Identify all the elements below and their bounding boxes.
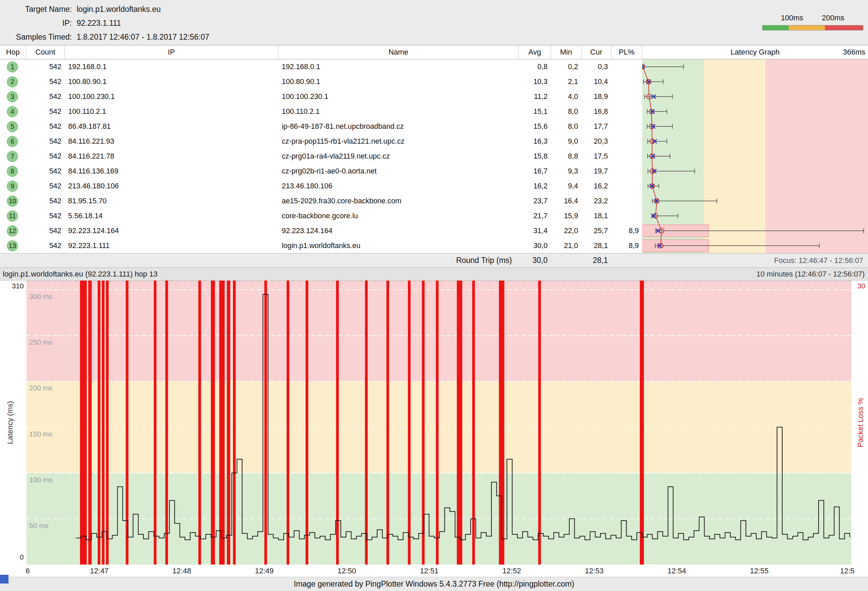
hop-badge: 2 [7, 76, 18, 87]
count-cell: 542 [26, 164, 61, 178]
corner-accent [0, 575, 9, 584]
round-trip-label: Round Trip (ms) [0, 253, 512, 267]
ip-label: IP: [0, 19, 72, 28]
legend-100ms-label: 100ms [781, 13, 803, 22]
min-cell: 0,2 [551, 59, 578, 74]
round-trip-row: Round Trip (ms) 30,0 28,1 Focus: 12:46:4… [0, 253, 868, 268]
min-cell: 8,0 [551, 104, 578, 119]
count-cell: 542 [26, 119, 61, 134]
samples-timed-label: Samples Timed: [0, 32, 72, 42]
avg-cell: 16,3 [519, 134, 548, 149]
name-cell: 213.46.180.106 [282, 178, 516, 193]
avg-cell: 31,4 [519, 223, 548, 238]
avg-cell: 15,6 [519, 119, 548, 134]
packet-loss-axis-max-label: 30 [852, 282, 865, 290]
footer-bar: Image generated by PingPlotter Windows 5… [0, 577, 868, 591]
hop-badge: 8 [7, 166, 18, 177]
name-cell: 192.168.0.1 [282, 59, 516, 74]
count-cell: 542 [26, 223, 61, 238]
ip-cell: 86.49.187.81 [68, 119, 272, 134]
col-header-min[interactable]: Min [551, 46, 582, 59]
packet-loss-axis-title: Packet Loss % [856, 398, 865, 447]
latency-graph-title: Latency Graph [731, 48, 779, 56]
cur-cell: 10,4 [582, 74, 608, 89]
col-header-ip[interactable]: IP [65, 46, 278, 59]
min-cell: 4,0 [551, 89, 578, 104]
min-cell: 15,9 [551, 208, 578, 223]
ip-cell: 92.223.1.111 [68, 238, 272, 253]
col-header-hop[interactable]: Hop [0, 46, 26, 59]
summary-header: Target Name: login.p1.worldoftanks.eu IP… [0, 0, 868, 45]
col-header-cur[interactable]: Cur [582, 46, 611, 59]
pl-cell [611, 134, 639, 149]
name-cell: cz-prg01a-ra4-vla2119.net.upc.cz [282, 149, 516, 164]
ip-cell: 100.80.90.1 [68, 74, 272, 89]
avg-cell: 23,7 [519, 193, 548, 208]
y-axis-min-label: 0 [0, 553, 24, 561]
avg-cell: 10,3 [519, 74, 548, 89]
target-name-label: Target Name: [0, 5, 72, 14]
ip-cell: 84.116.221.93 [68, 134, 272, 149]
cur-cell: 16,2 [582, 178, 608, 193]
svg-text:200 ms: 200 ms [29, 384, 53, 392]
trace-table-header: Hop Count IP Name Avg Min Cur PL% Latenc… [0, 45, 868, 59]
avg-cell: 16,7 [519, 164, 548, 178]
hop-badge: 9 [7, 181, 18, 192]
samples-timed-value: 1.8.2017 12:46:07 - 1.8.2017 12:56:07 [77, 32, 209, 42]
name-cell: cz-prg02b-ri1-ae0-0.aorta.net [282, 164, 516, 178]
latency-axis-title: Latency (ms) [6, 401, 15, 444]
pl-cell [611, 104, 639, 119]
hop-badge: 6 [7, 136, 18, 147]
hop-badge: 3 [7, 91, 18, 102]
cur-cell: 17,5 [582, 149, 608, 164]
ip-cell: 84.116.221.78 [68, 149, 272, 164]
name-cell: login.p1.worldoftanks.eu [282, 238, 516, 253]
count-cell: 542 [26, 104, 61, 119]
name-cell: cz-pra-pop115-rb1-vla2121.net.upc.cz [282, 134, 516, 149]
count-cell: 542 [26, 89, 61, 104]
cur-cell: 28,1 [582, 238, 608, 253]
name-cell: core-backbone.gcore.lu [282, 208, 516, 223]
hop-badge: 12 [7, 225, 18, 237]
cur-cell: 25,7 [582, 223, 608, 238]
col-header-pl[interactable]: PL% [611, 46, 642, 59]
count-cell: 542 [26, 208, 61, 223]
name-cell: 100.110.2.1 [282, 104, 516, 119]
avg-cell: 15,1 [519, 104, 548, 119]
min-cell: 2,1 [551, 74, 578, 89]
time-graph-window-label[interactable]: 10 minutes (12:46:07 - 12:56:07) [756, 268, 865, 280]
time-graph-header: login.p1.worldoftanks.eu (92.223.1.111) … [0, 268, 868, 281]
latency-time-graph[interactable]: 50 ms100 ms150 ms200 ms250 ms300 ms [27, 281, 852, 564]
hop-badge: 10 [7, 196, 18, 207]
x-tick-label: 6 [26, 567, 30, 575]
pl-cell [611, 119, 639, 134]
col-header-count[interactable]: Count [26, 46, 65, 59]
ip-cell: 100.110.2.1 [68, 104, 272, 119]
cur-cell: 23,2 [582, 193, 608, 208]
pl-cell [611, 178, 639, 193]
latency-graph-column[interactable] [642, 59, 868, 253]
min-cell: 8,0 [551, 119, 578, 134]
focus-range-label[interactable]: Focus: 12:46:47 - 12:56:07 [774, 253, 863, 267]
min-cell: 8,8 [551, 149, 578, 164]
pl-cell [611, 149, 639, 164]
min-cell: 16,4 [551, 193, 578, 208]
footer-text: Image generated by PingPlotter Windows 5… [294, 579, 574, 588]
col-header-name[interactable]: Name [278, 46, 519, 59]
pl-cell: 8,9 [611, 223, 639, 238]
col-header-latency-graph[interactable]: Latency Graph 366ms [642, 46, 868, 59]
col-header-avg[interactable]: Avg [519, 46, 551, 59]
count-cell: 542 [26, 193, 61, 208]
count-cell: 542 [26, 178, 61, 193]
ip-cell: 100.100.230.1 [68, 89, 272, 104]
svg-text:100 ms: 100 ms [29, 476, 53, 483]
svg-text:300 ms: 300 ms [29, 292, 53, 300]
avg-cell: 21,7 [519, 208, 548, 223]
avg-cell: 11,2 [519, 89, 548, 104]
avg-cell: 16,2 [519, 178, 548, 193]
hop-badge: 13 [7, 240, 18, 252]
hop-badge: 4 [7, 106, 18, 117]
cur-cell: 17,7 [582, 119, 608, 134]
round-trip-cur: 28,1 [582, 253, 608, 267]
svg-text:150 ms: 150 ms [29, 430, 53, 438]
